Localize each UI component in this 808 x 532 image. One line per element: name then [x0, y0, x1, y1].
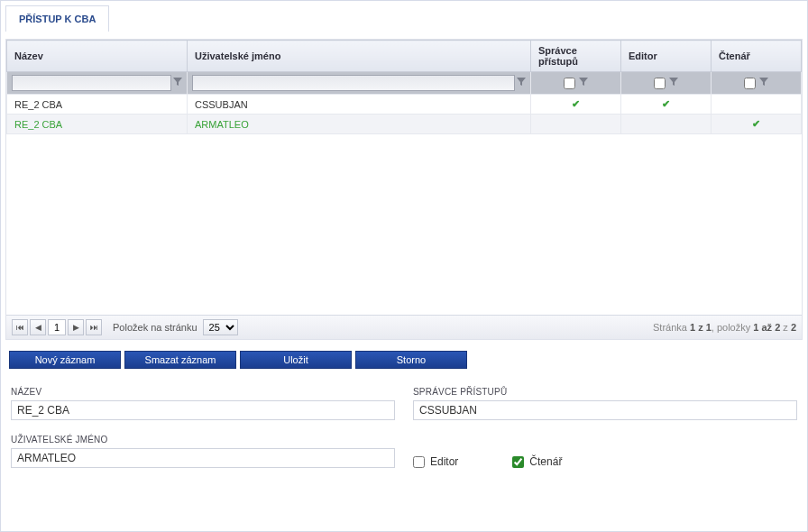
admin-field[interactable]: [413, 400, 797, 420]
filter-icon[interactable]: [517, 78, 526, 88]
pager-last-button[interactable]: ⏭: [86, 319, 102, 335]
col-header-editor[interactable]: Editor: [621, 41, 712, 72]
delete-record-button[interactable]: Smazat záznam: [124, 351, 236, 369]
form-label-admin: SPRÁVCE PŘÍSTUPŮ: [413, 387, 797, 397]
check-icon: ✔: [752, 118, 760, 129]
cell-username: ARMATLEO: [188, 115, 531, 134]
detail-form: NÁZEV SPRÁVCE PŘÍSTUPŮ UŽIVATELSKÉ JMÉNO…: [5, 376, 803, 493]
table-row[interactable]: RE_2 CBAARMATLEO✔: [7, 115, 802, 134]
pager-page-input[interactable]: [48, 319, 66, 335]
cell-editor: [621, 115, 712, 134]
filter-icon[interactable]: [759, 78, 768, 88]
cancel-button[interactable]: Storno: [355, 351, 467, 369]
cell-admin: ✔: [531, 95, 621, 115]
form-label-name: NÁZEV: [11, 387, 395, 397]
filter-icon[interactable]: [173, 78, 182, 88]
tab-pristup-k-cba[interactable]: PŘÍSTUP K CBA: [5, 5, 109, 32]
pager-next-button[interactable]: ▶: [68, 319, 84, 335]
username-field[interactable]: [11, 448, 395, 468]
cell-username: CSSUBJAN: [188, 95, 531, 115]
editor-checkbox[interactable]: [413, 456, 425, 468]
col-header-username[interactable]: Uživatelské jméno: [188, 41, 531, 72]
reader-checkbox-label: Čtenář: [529, 455, 562, 468]
filter-checkbox-reader[interactable]: [744, 78, 756, 89]
cell-reader: ✔: [712, 115, 802, 134]
filter-checkbox-editor[interactable]: [654, 78, 666, 89]
pager: ⏮ ◀ ▶ ⏭ Položek na stránku 25 Stránka 1 …: [6, 315, 802, 339]
grid: Název Uživatelské jméno Správce přístupů…: [5, 39, 803, 340]
form-label-username: UŽIVATELSKÉ JMÉNO: [11, 435, 395, 445]
cell-reader: [712, 95, 802, 115]
new-record-button[interactable]: Nový záznam: [9, 351, 121, 369]
pager-first-button[interactable]: ⏮: [12, 319, 28, 335]
cell-editor: ✔: [621, 95, 712, 115]
filter-input-name[interactable]: [12, 75, 171, 91]
pager-prev-button[interactable]: ◀: [30, 319, 46, 335]
pager-info: Stránka 1 z 1, položky 1 až 2 z 2: [653, 322, 796, 333]
col-header-admin[interactable]: Správce přístupů: [531, 41, 621, 72]
cell-name: RE_2 CBA: [7, 95, 188, 115]
save-button[interactable]: Uložit: [240, 351, 352, 369]
check-icon: ✔: [572, 98, 580, 109]
cell-name: RE_2 CBA: [7, 115, 188, 134]
reader-checkbox[interactable]: [512, 456, 524, 468]
pager-page-size-select[interactable]: 25: [203, 319, 238, 335]
cell-admin: [531, 115, 621, 134]
grid-empty-area: [6, 134, 802, 315]
filter-input-username[interactable]: [192, 75, 515, 91]
check-icon: ✔: [662, 98, 670, 109]
filter-icon[interactable]: [669, 78, 678, 88]
filter-checkbox-admin[interactable]: [564, 78, 575, 89]
editor-checkbox-label: Editor: [430, 455, 458, 468]
table-row[interactable]: RE_2 CBACSSUBJAN✔✔: [7, 95, 802, 115]
col-header-name[interactable]: Název: [7, 41, 188, 72]
name-field[interactable]: [11, 400, 395, 420]
col-header-reader[interactable]: Čtenář: [712, 41, 802, 72]
filter-icon[interactable]: [579, 78, 588, 88]
pager-items-label: Položek na stránku: [113, 322, 197, 333]
